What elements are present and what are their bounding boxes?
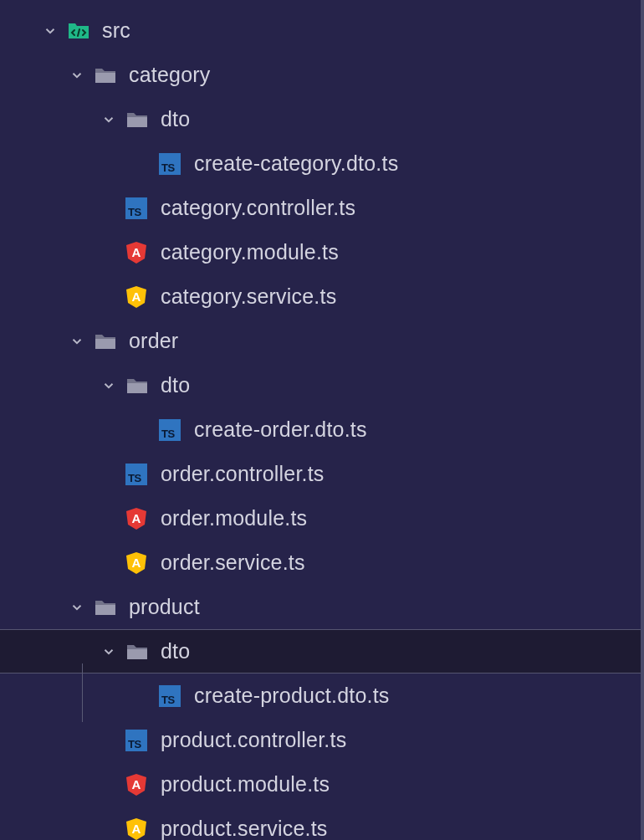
tree-item-label: category.service.ts [161, 284, 336, 309]
tree-item-label: create-product.dto.ts [194, 684, 390, 708]
service-icon: A [125, 551, 147, 575]
tree-item-product-module[interactable]: A product.module.ts [0, 762, 641, 807]
chevron-down-icon[interactable] [99, 376, 119, 396]
tree-item-create-category-dto[interactable]: TS create-category.dto.ts [0, 141, 641, 186]
tree-item-label: product.service.ts [161, 817, 328, 840]
chevron-down-icon[interactable] [99, 110, 119, 130]
tree-item-category-service[interactable]: A category.service.ts [0, 274, 641, 319]
tree-item-label: create-order.dto.ts [194, 417, 367, 442]
tree-item-label: src [102, 18, 130, 43]
tree-item-order[interactable]: order [0, 319, 641, 363]
typescript-file-icon: TS [159, 419, 181, 441]
src-folder-icon [67, 19, 90, 43]
tree-item-order-service[interactable]: A order.service.ts [0, 540, 641, 585]
typescript-file-icon: TS [125, 197, 147, 219]
tree-item-product-controller[interactable]: TS product.controller.ts [0, 718, 641, 762]
tree-item-category-module[interactable]: A category.module.ts [0, 230, 641, 274]
tree-item-product[interactable]: product [0, 585, 641, 629]
tree-item-src[interactable]: src [0, 8, 641, 53]
typescript-file-icon: TS [125, 464, 147, 485]
chevron-down-icon[interactable] [67, 331, 87, 351]
chevron-down-icon[interactable] [67, 597, 87, 617]
typescript-file-icon: TS [125, 730, 147, 751]
tree-item-category[interactable]: category [0, 53, 641, 97]
folder-icon [94, 64, 117, 87]
tree-item-create-product-dto[interactable]: TS create-product.dto.ts [0, 674, 641, 718]
typescript-file-icon: TS [159, 153, 181, 175]
tree-item-label: create-category.dto.ts [194, 151, 398, 176]
folder-icon [125, 374, 149, 397]
tree-item-label: dto [161, 373, 190, 397]
module-icon: A [125, 773, 147, 796]
indent-guide [82, 663, 83, 722]
svg-text:A: A [132, 511, 141, 525]
typescript-file-icon: TS [159, 685, 181, 707]
svg-text:A: A [132, 245, 141, 259]
tree-item-create-order-dto[interactable]: TS create-order.dto.ts [0, 407, 641, 452]
svg-text:A: A [132, 777, 141, 791]
svg-text:A: A [132, 822, 141, 836]
tree-item-label: order.controller.ts [161, 462, 325, 486]
folder-icon [125, 640, 149, 663]
tree-item-product-dto[interactable]: dto [0, 629, 641, 674]
tree-item-label: product.controller.ts [161, 728, 346, 752]
tree-item-label: order.service.ts [161, 551, 305, 575]
tree-item-label: category.module.ts [161, 240, 339, 264]
tree-item-order-controller[interactable]: TS order.controller.ts [0, 452, 641, 496]
tree-item-label: category.controller.ts [161, 196, 355, 220]
tree-item-label: order [129, 329, 178, 353]
tree-item-label: product [129, 595, 200, 619]
tree-item-category-controller[interactable]: TS category.controller.ts [0, 186, 641, 230]
tree-item-label: order.module.ts [161, 506, 307, 530]
folder-icon [94, 596, 117, 619]
file-tree[interactable]: src category dto TS create-category.dto.… [0, 0, 644, 840]
tree-item-label: product.module.ts [161, 772, 330, 796]
module-icon: A [125, 507, 147, 530]
tree-item-order-module[interactable]: A order.module.ts [0, 496, 641, 540]
service-icon: A [125, 817, 147, 841]
tree-item-product-service[interactable]: A product.service.ts [0, 807, 641, 840]
tree-item-label: dto [161, 639, 190, 663]
svg-text:A: A [132, 556, 141, 570]
module-icon: A [125, 241, 147, 264]
tree-item-label: dto [161, 107, 190, 131]
tree-item-category-dto[interactable]: dto [0, 97, 641, 141]
folder-icon [94, 330, 117, 353]
svg-text:A: A [132, 289, 141, 304]
chevron-down-icon[interactable] [99, 642, 119, 662]
tree-item-label: category [129, 63, 211, 87]
tree-item-order-dto[interactable]: dto [0, 363, 641, 407]
folder-icon [125, 108, 149, 131]
chevron-down-icon[interactable] [67, 65, 87, 85]
service-icon: A [125, 285, 147, 309]
chevron-down-icon[interactable] [40, 21, 60, 41]
